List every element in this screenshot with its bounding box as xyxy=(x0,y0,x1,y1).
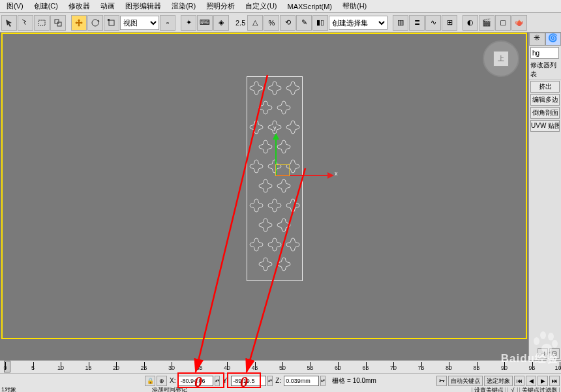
create-tab-icon[interactable]: ✳ xyxy=(529,33,545,46)
schematic-icon[interactable]: ⊞ xyxy=(442,15,457,31)
material-editor-icon[interactable]: ◐ xyxy=(462,15,478,31)
curve-editor-icon[interactable]: ∿ xyxy=(425,15,441,31)
select-by-name-icon[interactable] xyxy=(18,15,33,31)
next-frame-icon[interactable]: ⏭ xyxy=(549,376,560,386)
move-tool-icon[interactable] xyxy=(71,15,87,31)
angle-snap-icon[interactable]: △ xyxy=(247,15,263,31)
tick-label: 45 xyxy=(251,365,258,371)
flower-cutout xyxy=(257,138,274,155)
model-object[interactable]: // will append flower rows after JSON lo… xyxy=(247,76,303,281)
time-slider[interactable]: 0510152025303540455055606570758085909510… xyxy=(0,360,561,373)
select-object-icon[interactable] xyxy=(1,15,17,31)
tick-label: 80 xyxy=(446,365,452,371)
viewcube-face-top[interactable]: 上 xyxy=(493,51,509,67)
status-bar-2: 1对象 添加时间标记 设置关键点 √ 关键点过滤器 xyxy=(0,387,561,392)
mod-extrude-button[interactable]: 挤出 xyxy=(530,81,560,93)
select-manipulate-icon[interactable]: ✦ xyxy=(181,15,196,31)
menu-modifiers[interactable]: 修改器 xyxy=(63,0,95,12)
scale-tool-icon[interactable] xyxy=(104,15,119,31)
mod-bevel-button[interactable]: 倒角剖面 xyxy=(530,107,560,119)
mod-editpoly-button[interactable]: 编辑多边 xyxy=(530,94,560,106)
key-mode-icon[interactable]: 🗝 xyxy=(436,376,447,386)
flower-cutout xyxy=(284,158,301,175)
flower-cutout xyxy=(284,119,301,136)
rotate-tool-icon[interactable] xyxy=(87,15,103,31)
mirror-icon[interactable]: ▮▯ xyxy=(312,15,328,31)
prev-frame-icon[interactable]: ◀ xyxy=(526,376,536,386)
svg-point-3 xyxy=(92,20,99,26)
z-label: Z: xyxy=(274,377,282,384)
lock-selection-icon[interactable]: 🔒 xyxy=(145,376,155,386)
render-setup-icon[interactable]: 🎬 xyxy=(479,15,494,31)
flower-cutout xyxy=(257,217,274,234)
menu-bar: 图(V) 创建(C) 修改器 动画 图形编辑器 渲染(R) 照明分析 自定义(U… xyxy=(0,0,561,13)
align-icon[interactable]: ▥ xyxy=(393,15,408,31)
menu-customize[interactable]: 自定义(U) xyxy=(240,0,282,12)
percent-snap-icon[interactable]: % xyxy=(264,15,279,31)
tick-label: 5 xyxy=(31,365,35,371)
menu-grapheditor[interactable]: 图形编辑器 xyxy=(120,0,166,12)
svg-rect-5 xyxy=(108,19,110,21)
flower-cutout xyxy=(257,177,274,194)
flower-cutout xyxy=(266,119,283,136)
viewport-area: 上 // will append flower rows after JSON … xyxy=(0,33,528,360)
active-viewport[interactable]: 上 // will append flower rows after JSON … xyxy=(1,33,527,339)
flower-cutout xyxy=(275,177,292,194)
menu-maxscript[interactable]: MAXScript(M) xyxy=(282,1,337,12)
tick-label: 30 xyxy=(168,365,175,371)
y-label: Y: xyxy=(221,377,230,384)
menu-render[interactable]: 渲染(R) xyxy=(166,0,201,12)
use-center-icon[interactable]: ▫ xyxy=(160,15,175,31)
menu-help[interactable]: 帮助(H) xyxy=(337,0,372,12)
keyboard-shortcut-icon[interactable]: ⌨ xyxy=(197,15,213,31)
object-name-input[interactable] xyxy=(530,47,559,59)
flower-cutout xyxy=(275,138,292,155)
rect-select-icon[interactable] xyxy=(34,15,50,31)
flower-cutout xyxy=(275,217,292,234)
tick-label: 0 xyxy=(3,365,7,371)
snap-angle-label: 2.5 xyxy=(234,19,247,27)
flower-cutout xyxy=(248,197,265,214)
flower-cutout xyxy=(257,256,274,273)
viewcube[interactable]: 上 xyxy=(483,40,519,77)
selected-object-button[interactable]: 选定对象 xyxy=(484,376,513,386)
y-spinner-icon[interactable]: ▴▾ xyxy=(267,376,273,386)
modify-tab-icon[interactable]: 🌀 xyxy=(545,33,562,46)
x-axis-label: x xyxy=(335,170,338,177)
z-spinner-icon[interactable]: ▴▾ xyxy=(320,376,326,386)
named-sel-select[interactable]: 创建选择集 xyxy=(329,16,387,30)
ref-coord-select[interactable]: 视图 xyxy=(120,16,159,30)
key-filter-icon[interactable]: √ xyxy=(508,387,518,392)
modifier-list-label[interactable]: 修改器列表 xyxy=(529,60,561,80)
menu-create[interactable]: 创建(C) xyxy=(29,0,63,12)
absolute-mode-icon[interactable]: ⊕ xyxy=(157,376,167,386)
goto-start-icon[interactable]: ⏮ xyxy=(514,376,524,386)
flower-cutout xyxy=(248,119,265,136)
window-crossing-icon[interactable] xyxy=(50,15,66,31)
key-filter-button[interactable]: 关键点过滤器 xyxy=(519,387,560,392)
x-coord-input[interactable] xyxy=(178,376,213,386)
tick-label: 10 xyxy=(57,365,64,371)
render-icon[interactable]: 🫖 xyxy=(511,15,527,31)
flower-cutout xyxy=(248,158,265,175)
set-key-button[interactable]: 设置关键点 xyxy=(472,387,506,392)
tick-label: 85 xyxy=(473,365,479,371)
play-icon[interactable]: ▶ xyxy=(538,376,548,386)
layers-icon[interactable]: ≣ xyxy=(409,15,425,31)
flower-cutout xyxy=(266,158,283,175)
auto-key-button[interactable]: 自动关键点 xyxy=(448,376,483,386)
svg-rect-4 xyxy=(109,20,114,25)
menu-anim[interactable]: 动画 xyxy=(95,0,120,12)
menu-view[interactable]: 图(V) xyxy=(1,0,29,12)
menu-lighting[interactable]: 照明分析 xyxy=(201,0,240,12)
edit-named-sel-icon[interactable]: ✎ xyxy=(296,15,312,31)
add-time-tag-label[interactable]: 添加时间标记 xyxy=(152,387,187,392)
snap-toggle-icon[interactable]: ◈ xyxy=(213,15,229,31)
flower-cutout xyxy=(284,80,301,97)
z-coord-input[interactable] xyxy=(284,376,319,386)
spinner-snap-icon[interactable]: ⟲ xyxy=(280,15,296,31)
y-coord-input[interactable] xyxy=(231,376,266,386)
mod-uvw-button[interactable]: UVW 贴图 xyxy=(530,120,560,132)
render-frame-icon[interactable]: ▢ xyxy=(495,15,511,31)
x-spinner-icon[interactable]: ▴▾ xyxy=(215,376,220,386)
